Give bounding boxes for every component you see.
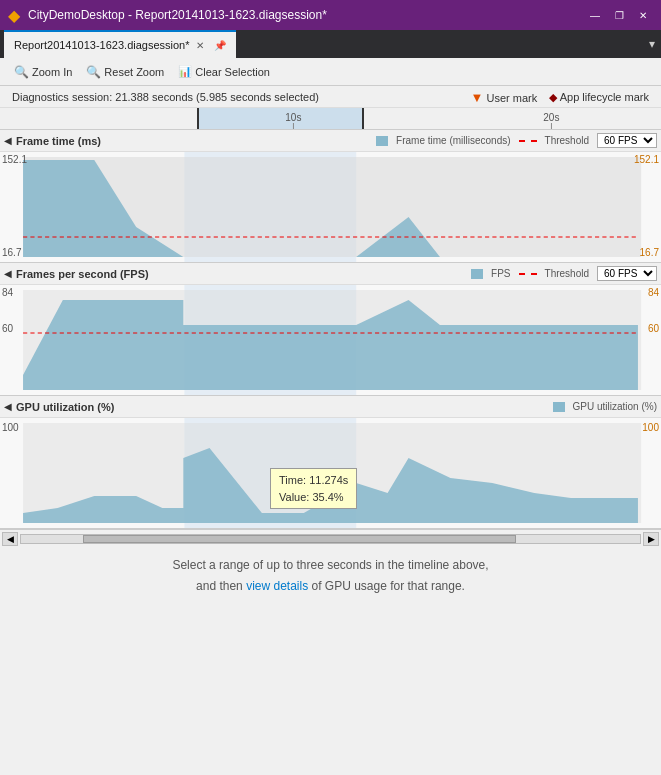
window-controls: — ❐ ✕ bbox=[585, 5, 653, 25]
frame-time-svg bbox=[0, 152, 661, 262]
gpu-legend: GPU utilization (%) bbox=[553, 401, 657, 412]
fps-threshold-label: Threshold bbox=[545, 268, 589, 279]
tooltip-value: Value: 35.4% bbox=[279, 489, 348, 506]
tooltip-time: Time: 11.274s bbox=[279, 472, 348, 489]
scrollbar: ◀ ▶ bbox=[0, 529, 661, 547]
frame-time-chart-title: Frame time (ms) bbox=[16, 135, 101, 147]
gpu-chart-header: ◀ GPU utilization (%) GPU utilization (%… bbox=[0, 396, 661, 418]
zoom-in-label: Zoom In bbox=[32, 66, 72, 78]
scroll-left-button[interactable]: ◀ bbox=[2, 532, 18, 546]
fps-chart-header: ◀ Frames per second (FPS) FPS Threshold … bbox=[0, 263, 661, 285]
reset-zoom-icon: 🔍 bbox=[86, 65, 101, 79]
frame-time-chart-body[interactable]: 152.1 16.7 152.1 16.7 bbox=[0, 152, 661, 262]
gpu-y-top: 100 bbox=[2, 422, 19, 433]
gpu-collapse-icon[interactable]: ◀ bbox=[4, 401, 12, 412]
tab-label: Report20141013-1623.diagsession* bbox=[14, 39, 190, 51]
info-bar: Diagnostics session: 21.388 seconds (5.9… bbox=[0, 86, 661, 108]
reset-zoom-label: Reset Zoom bbox=[104, 66, 164, 78]
bottom-line1: Select a range of up to three seconds in… bbox=[20, 555, 641, 575]
fps-y-top: 84 bbox=[2, 287, 13, 298]
tooltip: Time: 11.274s Value: 35.4% bbox=[270, 468, 357, 509]
close-button[interactable]: ✕ bbox=[633, 5, 653, 25]
lifecycle-mark-label: App lifecycle mark bbox=[560, 91, 649, 103]
tick-line bbox=[293, 123, 294, 129]
lifecycle-mark: ◆ App lifecycle mark bbox=[549, 91, 649, 104]
gpu-chart-title: GPU utilization (%) bbox=[16, 401, 114, 413]
gpu-legend-label: GPU utilization (%) bbox=[573, 401, 657, 412]
view-details-link[interactable]: view details bbox=[246, 579, 308, 593]
fps-svg bbox=[0, 285, 661, 395]
fps-chart-title: Frames per second (FPS) bbox=[16, 268, 149, 280]
frame-time-legend-label: Frame time (milliseconds) bbox=[396, 135, 510, 146]
ruler-inner: 10s 20s bbox=[16, 108, 661, 129]
fps-collapse-icon[interactable]: ◀ bbox=[4, 268, 12, 279]
tick-line-2 bbox=[551, 123, 552, 129]
clear-selection-icon: 📊 bbox=[178, 65, 192, 78]
ruler-tick-20s: 20s bbox=[543, 112, 559, 129]
session-info-text: Diagnostics session: 21.388 seconds (5.9… bbox=[12, 91, 319, 103]
zoom-in-button[interactable]: 🔍 Zoom In bbox=[8, 63, 78, 81]
frame-time-legend: Frame time (milliseconds) Threshold 60 F… bbox=[376, 133, 657, 148]
fps-legend-label: FPS bbox=[491, 268, 510, 279]
scroll-right-button[interactable]: ▶ bbox=[643, 532, 659, 546]
window-title: CityDemoDesktop - Report20141013-1623.di… bbox=[28, 8, 577, 22]
frame-time-y-bottom: 16.7 bbox=[2, 247, 21, 258]
frame-time-legend-box bbox=[376, 136, 388, 146]
tab-dropdown-arrow[interactable]: ▾ bbox=[643, 30, 661, 58]
fps-legend: FPS Threshold 60 FPS bbox=[471, 266, 657, 281]
frame-time-chart-section: ◀ Frame time (ms) Frame time (millisecon… bbox=[0, 130, 661, 263]
fps-y-top-right: 84 bbox=[648, 287, 659, 298]
minimize-button[interactable]: — bbox=[585, 5, 605, 25]
ruler-tick-10s: 10s bbox=[285, 112, 301, 129]
frame-time-y-top: 152.1 bbox=[2, 154, 27, 165]
threshold-legend-dash bbox=[519, 140, 537, 142]
bottom-line2-post: of GPU usage for that range. bbox=[308, 579, 465, 593]
tab-pin-icon[interactable]: 📌 bbox=[214, 40, 226, 51]
frame-time-chart-header: ◀ Frame time (ms) Frame time (millisecon… bbox=[0, 130, 661, 152]
fps-y-mid: 60 bbox=[2, 323, 13, 334]
user-mark-icon: ▼ bbox=[471, 90, 484, 105]
scroll-thumb[interactable] bbox=[83, 535, 516, 543]
bottom-line2-pre: and then bbox=[196, 579, 246, 593]
maximize-button[interactable]: ❐ bbox=[609, 5, 629, 25]
reset-zoom-button[interactable]: 🔍 Reset Zoom bbox=[80, 63, 170, 81]
app-icon: ◆ bbox=[8, 6, 20, 25]
bottom-line2: and then view details of GPU usage for t… bbox=[20, 576, 641, 596]
frame-time-y-bottom-right: 16.7 bbox=[640, 247, 659, 258]
gpu-y-top-right: 100 bbox=[642, 422, 659, 433]
fps-legend-box bbox=[471, 269, 483, 279]
threshold-label: Threshold bbox=[545, 135, 589, 146]
scroll-track[interactable] bbox=[20, 534, 641, 544]
title-bar: ◆ CityDemoDesktop - Report20141013-1623.… bbox=[0, 0, 661, 30]
clear-selection-button[interactable]: 📊 Clear Selection bbox=[172, 63, 276, 80]
session-info: Diagnostics session: 21.388 seconds (5.9… bbox=[12, 90, 319, 105]
fps-chart-section: ◀ Frames per second (FPS) FPS Threshold … bbox=[0, 263, 661, 396]
user-mark-label: User mark bbox=[487, 92, 538, 104]
frame-time-y-top-right: 152.1 bbox=[634, 154, 659, 165]
timeline-ruler[interactable]: 10s 20s bbox=[0, 108, 661, 130]
bottom-info-text: Select a range of up to three seconds in… bbox=[0, 547, 661, 604]
tab-bar: Report20141013-1623.diagsession* ✕ 📌 ▾ bbox=[0, 30, 661, 58]
fps-dropdown[interactable]: 60 FPS bbox=[597, 266, 657, 281]
fps-threshold-dash bbox=[519, 273, 537, 275]
user-mark: ▼ User mark bbox=[471, 90, 538, 105]
active-tab[interactable]: Report20141013-1623.diagsession* ✕ 📌 bbox=[4, 30, 236, 58]
legend-marks: ▼ User mark ◆ App lifecycle mark bbox=[471, 90, 649, 105]
lifecycle-mark-icon: ◆ bbox=[549, 91, 557, 103]
gpu-legend-box bbox=[553, 402, 565, 412]
toolbar: 🔍 Zoom In 🔍 Reset Zoom 📊 Clear Selection bbox=[0, 58, 661, 86]
gpu-chart-body[interactable]: 100 100 Time: 11.274s Value: 35.4% bbox=[0, 418, 661, 528]
fps-chart-body[interactable]: 84 60 84 60 bbox=[0, 285, 661, 395]
gpu-chart-section: ◀ GPU utilization (%) GPU utilization (%… bbox=[0, 396, 661, 529]
zoom-in-icon: 🔍 bbox=[14, 65, 29, 79]
frame-time-collapse-icon[interactable]: ◀ bbox=[4, 135, 12, 146]
frame-time-fps-dropdown[interactable]: 60 FPS bbox=[597, 133, 657, 148]
clear-selection-label: Clear Selection bbox=[195, 66, 270, 78]
tab-close-icon[interactable]: ✕ bbox=[196, 40, 204, 51]
fps-y-mid-right: 60 bbox=[648, 323, 659, 334]
timeline-selection bbox=[197, 108, 365, 129]
